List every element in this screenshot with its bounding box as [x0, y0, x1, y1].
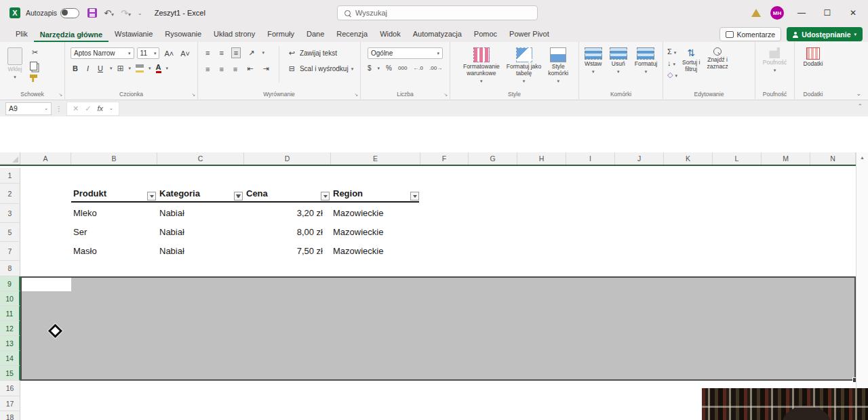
dialog-launcher-icon[interactable]: ↘: [443, 92, 448, 98]
paste-button[interactable]: Wklej ▾: [5, 46, 24, 81]
tab-narz-dzia-g-wne[interactable]: Narzędzia główne: [34, 28, 108, 43]
cell-e3[interactable]: Mazowieckie: [333, 204, 383, 223]
expand-formula-bar-icon[interactable]: ⌃: [857, 103, 863, 110]
row-header-15[interactable]: 15: [0, 366, 20, 381]
addins-button[interactable]: Dodatki: [802, 46, 825, 69]
selection-range[interactable]: [20, 276, 856, 381]
delete-cells-button[interactable]: Usuń ▾: [608, 46, 629, 76]
row-header-2[interactable]: 2: [0, 184, 20, 204]
confirm-entry-icon[interactable]: ✓: [85, 104, 91, 113]
search-input[interactable]: Wyszukaj: [337, 5, 538, 20]
tab-wstawianie[interactable]: Wstawianie: [108, 27, 159, 42]
wrap-text-button[interactable]: ↩ Zawijaj tekst: [287, 48, 353, 58]
sheet-grid[interactable]: ABCDEFGHIJKLMN 1235789101112131415161718…: [0, 152, 868, 420]
row-header-16[interactable]: 16: [0, 381, 20, 396]
active-cell[interactable]: [22, 278, 71, 291]
underline-button[interactable]: U: [96, 64, 105, 73]
merge-center-button[interactable]: ⊟ Scal i wyśrodkuj ▾: [287, 64, 353, 74]
cell-e7[interactable]: Mazowieckie: [333, 242, 383, 261]
italic-button[interactable]: I: [85, 64, 91, 73]
dialog-launcher-icon[interactable]: ↘: [58, 92, 62, 98]
row-header-18[interactable]: 18: [0, 411, 20, 420]
row-header-3[interactable]: 3: [0, 204, 20, 223]
cut-icon[interactable]: ✂: [30, 47, 40, 58]
tab-uk-ad-strony[interactable]: Układ strony: [208, 27, 261, 42]
borders-icon[interactable]: ⊞: [117, 64, 123, 73]
share-button[interactable]: Udostępnianie ▾: [787, 27, 863, 41]
vertical-scrollbar[interactable]: ▲: [856, 152, 868, 420]
row-header-9[interactable]: 9: [0, 276, 20, 291]
save-icon[interactable]: [87, 8, 97, 18]
undo-icon[interactable]: ↶▾: [104, 8, 114, 18]
copy-icon[interactable]: [30, 62, 37, 70]
row-header-13[interactable]: 13: [0, 336, 20, 351]
decrease-indent-icon[interactable]: ⇤: [245, 64, 255, 74]
cell-b3[interactable]: Mleko: [73, 204, 97, 223]
font-color-icon[interactable]: A: [156, 64, 161, 73]
dialog-launcher-icon[interactable]: ↘: [191, 92, 195, 98]
increase-decimal-icon[interactable]: ←.0: [413, 65, 423, 71]
cancel-entry-icon[interactable]: ✕: [73, 104, 79, 113]
conditional-formatting-button[interactable]: Formatowanie warunkowe ▾: [461, 46, 502, 85]
filter-dropdown-icon[interactable]: [321, 192, 330, 201]
increase-indent-icon[interactable]: ⇥: [260, 64, 271, 74]
row-header-17[interactable]: 17: [0, 396, 20, 411]
column-header-f[interactable]: F: [420, 152, 469, 165]
cell-d7[interactable]: 7,50 zł: [244, 242, 323, 261]
name-box[interactable]: A9 ⌄: [5, 102, 52, 115]
row-header-5[interactable]: 5: [0, 223, 20, 242]
orientation-icon[interactable]: ↗: [246, 48, 256, 58]
format-cells-button[interactable]: Formatuj ▾: [633, 46, 660, 76]
autosave-control[interactable]: Autozapis: [26, 8, 79, 18]
column-header-d[interactable]: D: [244, 152, 331, 165]
avatar[interactable]: MH: [770, 6, 784, 20]
tab-power-pivot[interactable]: Power Pivot: [503, 27, 555, 42]
tab-recenzja[interactable]: Recenzja: [330, 27, 374, 42]
row-header-7[interactable]: 7: [0, 242, 20, 261]
column-header-a[interactable]: A: [20, 152, 71, 165]
align-center-icon[interactable]: ≡: [217, 64, 225, 74]
number-format-select[interactable]: Ogólne▾: [368, 47, 443, 59]
tab-formu-y[interactable]: Formuły: [261, 27, 300, 42]
percent-format-icon[interactable]: %: [386, 64, 392, 72]
formula-input[interactable]: [0, 117, 868, 152]
minimize-button[interactable]: —: [793, 8, 810, 18]
alert-icon[interactable]: [751, 9, 761, 17]
grow-font-icon[interactable]: A˄: [162, 49, 176, 58]
bold-button[interactable]: B: [71, 64, 80, 73]
align-left-icon[interactable]: ≡: [203, 64, 212, 74]
namebox-splitter[interactable]: ⋮: [56, 105, 62, 112]
filter-applied-icon[interactable]: [234, 192, 243, 201]
redo-icon[interactable]: ↷▾: [121, 8, 131, 18]
format-painter-icon[interactable]: [30, 75, 37, 82]
cell-c7[interactable]: Nabiał: [159, 242, 184, 261]
row-header-8[interactable]: 8: [0, 261, 20, 276]
qat-overflow-icon[interactable]: ⌄: [138, 10, 142, 16]
currency-format-icon[interactable]: $: [368, 64, 372, 72]
maximize-button[interactable]: ☐: [819, 8, 835, 18]
comments-button[interactable]: Komentarze: [719, 27, 782, 41]
font-name-select[interactable]: Aptos Narrow▾: [71, 47, 134, 59]
column-header-m[interactable]: M: [762, 152, 810, 165]
column-header-l[interactable]: L: [713, 152, 762, 165]
cell-c5[interactable]: Nabiał: [159, 223, 184, 242]
select-all-corner[interactable]: [0, 152, 20, 165]
column-header-h[interactable]: H: [517, 152, 566, 165]
align-top-icon[interactable]: ≡: [203, 48, 212, 58]
column-header-n[interactable]: N: [810, 152, 856, 165]
autosave-toggle[interactable]: [60, 8, 79, 18]
row-header-11[interactable]: 11: [0, 306, 20, 321]
filter-dropdown-icon[interactable]: [147, 192, 156, 201]
row-header-1[interactable]: 1: [0, 168, 20, 184]
row-header-14[interactable]: 14: [0, 351, 20, 366]
decrease-decimal-icon[interactable]: .00→: [429, 65, 442, 71]
tab-plik[interactable]: Plik: [9, 27, 34, 42]
tab-automatyzacja[interactable]: Automatyzacja: [407, 27, 468, 42]
filter-dropdown-icon[interactable]: [410, 192, 419, 201]
clear-icon[interactable]: ◇ ▾: [667, 70, 677, 79]
cell-b7[interactable]: Masło: [73, 242, 97, 261]
font-size-select[interactable]: 11▾: [137, 47, 160, 59]
fill-icon[interactable]: ↓ ▾: [667, 59, 677, 67]
dialog-launcher-icon[interactable]: ↘: [354, 92, 358, 98]
column-header-c[interactable]: C: [157, 152, 244, 165]
